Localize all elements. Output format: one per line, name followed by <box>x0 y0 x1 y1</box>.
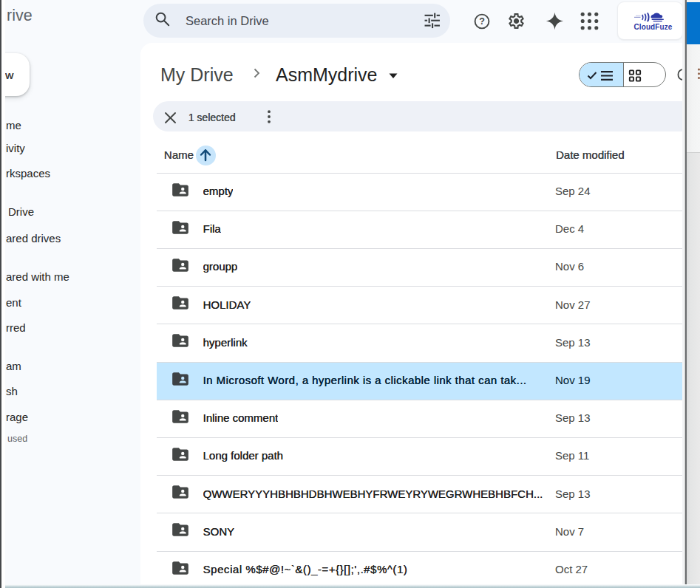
svg-text:?: ? <box>479 16 485 27</box>
